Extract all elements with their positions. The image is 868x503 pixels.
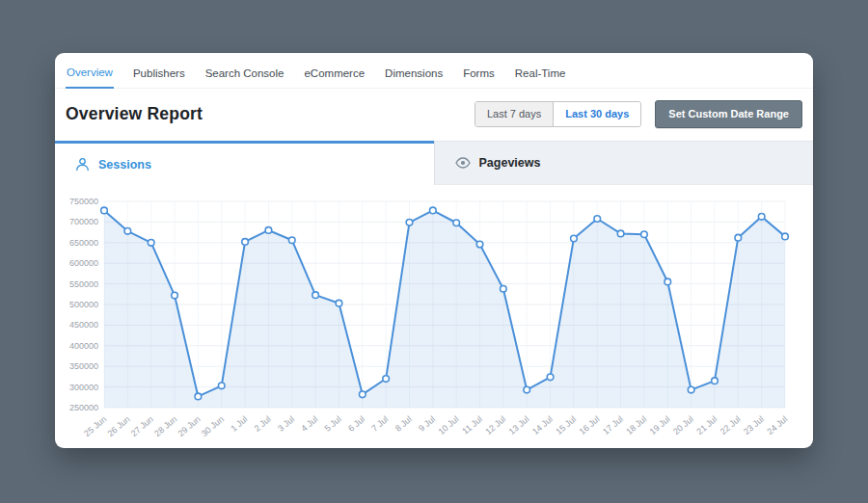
data-point[interactable]: [476, 241, 483, 248]
data-point[interactable]: [688, 386, 694, 393]
data-point[interactable]: [195, 393, 202, 400]
chart-canvas: 25 Jun26 Jun27 Jun28 Jun29 Jun30 Jun1 Ju…: [66, 193, 795, 445]
y-axis-label: 600000: [69, 258, 98, 268]
data-point[interactable]: [758, 214, 765, 221]
data-point[interactable]: [617, 230, 624, 237]
x-axis-label: 5 Jul: [323, 414, 343, 434]
x-axis-label: 25 Jun: [82, 414, 108, 438]
y-axis-label: 650000: [69, 238, 98, 248]
sessions-line-chart: 25 Jun26 Jun27 Jun28 Jun29 Jun30 Jun1 Ju…: [55, 185, 813, 448]
data-point[interactable]: [242, 239, 249, 246]
x-axis-label: 11 Jul: [460, 414, 483, 437]
x-axis-label: 28 Jun: [152, 414, 178, 438]
data-point[interactable]: [712, 378, 719, 384]
x-axis-label: 29 Jun: [176, 414, 203, 438]
tab-sessions[interactable]: Sessions: [55, 141, 434, 185]
x-axis-label: 15 Jul: [554, 414, 578, 437]
data-point[interactable]: [336, 300, 342, 306]
nav-tab-publishers[interactable]: Publishers: [132, 67, 186, 88]
x-axis-label: 19 Jul: [648, 414, 672, 437]
nav-tab-ecommerce[interactable]: eCommerce: [303, 67, 366, 88]
data-point[interactable]: [406, 220, 413, 226]
nav-tab-search-console[interactable]: Search Console: [204, 67, 285, 88]
tab-pageviews-label: Pageviews: [479, 156, 541, 170]
x-axis-label: 23 Jul: [742, 414, 766, 437]
data-point[interactable]: [172, 292, 178, 299]
data-point[interactable]: [594, 216, 601, 223]
x-axis-label: 27 Jun: [129, 414, 155, 438]
data-point[interactable]: [735, 234, 742, 241]
data-point[interactable]: [312, 292, 319, 299]
report-header: Overview Report Last 7 days Last 30 days…: [55, 89, 813, 141]
data-point[interactable]: [148, 240, 154, 247]
x-axis-label: 24 Jul: [765, 414, 789, 437]
last-7-days-button[interactable]: Last 7 days: [475, 102, 553, 126]
x-axis-label: 9 Jul: [417, 414, 437, 434]
x-axis-label: 14 Jul: [530, 414, 555, 437]
nav-tab-real-time[interactable]: Real-Time: [514, 67, 567, 88]
set-custom-date-range-button[interactable]: Set Custom Date Range: [655, 100, 802, 128]
x-axis-label: 22 Jul: [719, 414, 743, 437]
data-point[interactable]: [265, 227, 272, 234]
x-axis-label: 21 Jul: [694, 414, 719, 437]
data-point[interactable]: [782, 233, 789, 240]
date-range-controls: Last 7 days Last 30 days Set Custom Date…: [475, 100, 802, 128]
y-axis-label: 550000: [69, 279, 98, 289]
y-axis-label: 450000: [69, 320, 98, 330]
page-title: Overview Report: [66, 104, 203, 124]
eye-icon: [455, 157, 471, 169]
x-axis-label: 4 Jul: [299, 414, 319, 434]
x-axis-label: 30 Jun: [200, 414, 226, 438]
data-point[interactable]: [641, 231, 648, 238]
x-axis-label: 1 Jul: [229, 414, 249, 434]
data-point[interactable]: [571, 235, 578, 242]
x-axis-label: 6 Jul: [346, 414, 366, 434]
x-axis-label: 16 Jul: [578, 414, 602, 437]
nav-tab-forms[interactable]: Forms: [462, 67, 496, 88]
data-point[interactable]: [547, 374, 554, 381]
data-point[interactable]: [501, 285, 507, 292]
x-axis-label: 26 Jun: [105, 414, 131, 438]
y-axis-label: 750000: [69, 197, 98, 206]
data-point[interactable]: [359, 391, 366, 398]
y-axis-label: 500000: [69, 300, 98, 309]
data-point[interactable]: [124, 228, 131, 235]
x-axis-label: 8 Jul: [393, 414, 414, 434]
metric-tabs: Sessions Pageviews: [55, 141, 813, 185]
y-axis-label: 250000: [69, 403, 98, 412]
x-axis-label: 3 Jul: [276, 414, 296, 434]
y-axis-label: 400000: [69, 341, 98, 351]
x-axis-label: 7 Jul: [369, 414, 390, 434]
report-nav: Overview Publishers Search Console eComm…: [55, 53, 813, 89]
data-point[interactable]: [524, 386, 530, 393]
data-point[interactable]: [430, 207, 437, 214]
x-axis-label: 18 Jul: [624, 414, 648, 437]
nav-tab-overview[interactable]: Overview: [66, 66, 114, 89]
last-30-days-button[interactable]: Last 30 days: [553, 102, 640, 126]
y-axis-label: 350000: [69, 361, 98, 371]
analytics-card: Overview Publishers Search Console eComm…: [55, 53, 813, 448]
y-axis-label: 300000: [69, 383, 98, 392]
data-point[interactable]: [453, 220, 460, 226]
series-area-fill: [104, 210, 785, 408]
x-axis-label: 10 Jul: [437, 414, 461, 437]
data-point[interactable]: [101, 207, 108, 214]
data-point[interactable]: [288, 237, 295, 244]
x-axis-label: 2 Jul: [253, 414, 273, 434]
tab-pageviews[interactable]: Pageviews: [434, 141, 814, 185]
data-point[interactable]: [218, 383, 225, 389]
x-axis-label: 20 Jul: [671, 414, 695, 437]
x-axis-label: 12 Jul: [483, 414, 507, 437]
x-axis-label: 13 Jul: [507, 414, 531, 437]
date-range-segmented-control: Last 7 days Last 30 days: [475, 101, 641, 127]
x-axis-label: 17 Jul: [601, 414, 625, 437]
data-point[interactable]: [665, 278, 671, 285]
y-axis-label: 700000: [69, 217, 98, 226]
person-icon: [75, 157, 90, 172]
tab-sessions-label: Sessions: [98, 158, 151, 172]
data-point[interactable]: [383, 376, 390, 383]
nav-tab-dimensions[interactable]: Dimensions: [384, 67, 444, 88]
